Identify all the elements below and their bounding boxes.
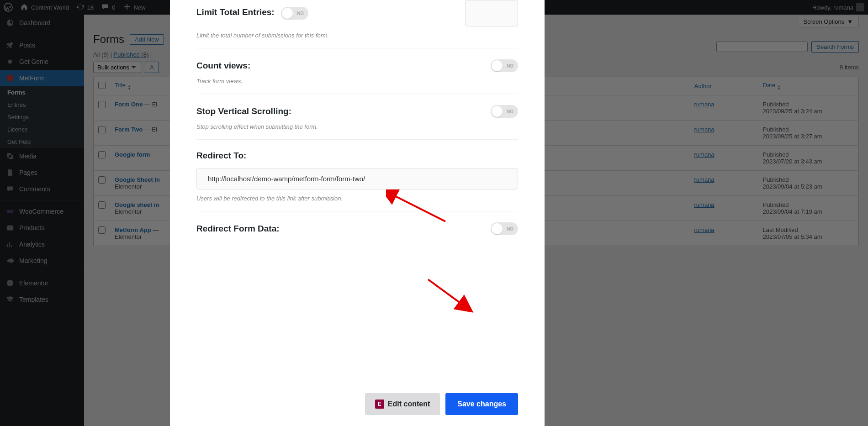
elementor-badge-icon: E [375, 400, 384, 409]
toggle-knob [492, 60, 503, 71]
setting-limit-entries: Limit Total Entries: NO Limit the total … [196, 0, 518, 48]
count-views-toggle[interactable]: NO [491, 59, 518, 72]
redirect-to-input[interactable] [196, 168, 518, 189]
toggle-knob [492, 106, 503, 117]
toggle-knob [282, 8, 293, 19]
setting-label: Redirect To: [196, 151, 246, 161]
toggle-no-label: NO [507, 63, 513, 68]
setting-label: Stop Vertical Scrolling: [196, 106, 291, 116]
setting-desc: Track form views. [196, 78, 518, 84]
setting-desc: Stop scrolling effect when submitting th… [196, 123, 518, 130]
save-changes-button[interactable]: Save changes [445, 393, 518, 415]
setting-desc: Users will be redirected to the this lin… [196, 195, 518, 202]
edit-content-button[interactable]: E Edit content [365, 393, 440, 415]
form-settings-modal: Limit Total Entries: NO Limit the total … [170, 0, 545, 426]
setting-label: Redirect Form Data: [196, 224, 280, 234]
edit-content-label: Edit content [388, 400, 430, 408]
redirect-data-toggle[interactable]: NO [491, 222, 518, 235]
modal-footer: E Edit content Save changes [170, 382, 545, 426]
setting-redirect-to: Redirect To: Users will be redirected to… [196, 140, 518, 211]
setting-count-views: Count views: NO Track form views. [196, 48, 518, 94]
toggle-knob [492, 223, 503, 234]
setting-label: Count views: [196, 61, 250, 71]
setting-desc: Limit the total number of submissions fo… [196, 32, 518, 39]
limit-entries-toggle[interactable]: NO [281, 7, 308, 20]
toggle-no-label: NO [297, 11, 304, 16]
toggle-no-label: NO [507, 226, 513, 231]
toggle-no-label: NO [507, 109, 513, 114]
setting-redirect-data: Redirect Form Data: NO [196, 211, 518, 244]
setting-stop-scroll: Stop Vertical Scrolling: NO Stop scrolli… [196, 94, 518, 140]
stop-scroll-toggle[interactable]: NO [491, 105, 518, 118]
empty-placeholder-box [465, 0, 518, 26]
setting-label: Limit Total Entries: [196, 7, 275, 17]
